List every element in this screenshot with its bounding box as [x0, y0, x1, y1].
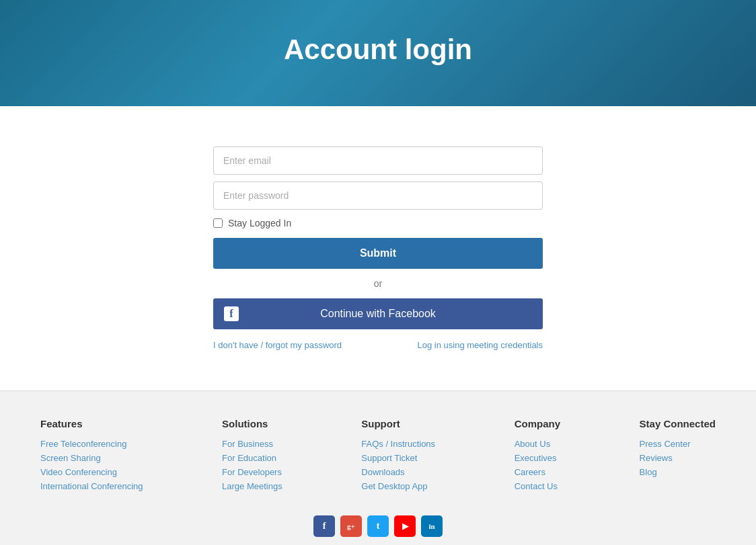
footer-link[interactable]: Large Meetings — [222, 481, 282, 491]
or-divider: or — [213, 278, 543, 289]
social-facebook-icon[interactable]: f — [313, 515, 335, 537]
footer-link[interactable]: Executives — [515, 453, 560, 463]
facebook-icon-box: f — [224, 306, 239, 321]
meeting-credentials-link[interactable]: Log in using meeting credentials — [418, 340, 543, 350]
stay-logged-in-row: Stay Logged In — [213, 218, 543, 228]
footer-col-features: Features Free Teleconferencing Screen Sh… — [40, 418, 143, 495]
footer-col-company-heading: Company — [515, 418, 560, 429]
email-field[interactable] — [213, 146, 543, 175]
facebook-icon: f — [224, 306, 239, 321]
footer-col-stay-connected-heading: Stay Connected — [640, 418, 716, 429]
footer-link[interactable]: Blog — [640, 467, 716, 477]
footer-col-support-heading: Support — [361, 418, 435, 429]
footer-link[interactable]: For Developers — [222, 467, 282, 477]
facebook-button[interactable]: f Continue with Facebook — [213, 298, 543, 329]
login-form: Stay Logged In Submit or f Continue with… — [213, 146, 543, 350]
footer-link[interactable]: Downloads — [361, 467, 435, 477]
page-header: Account login — [0, 0, 756, 106]
submit-button[interactable]: Submit — [213, 238, 543, 269]
social-linkedin-icon[interactable]: in — [421, 515, 443, 537]
links-row: I don't have / forgot my password Log in… — [213, 340, 543, 350]
social-googleplus-icon[interactable]: g+ — [340, 515, 362, 537]
social-twitter-icon[interactable]: t — [367, 515, 389, 537]
footer-link[interactable]: For Business — [222, 439, 282, 449]
footer-col-solutions-heading: Solutions — [222, 418, 282, 429]
footer-link[interactable]: Careers — [515, 467, 560, 477]
main-content: Stay Logged In Submit or f Continue with… — [0, 106, 756, 390]
footer-col-support: Support FAQs / Instructions Support Tick… — [361, 418, 435, 495]
footer-link[interactable]: About Us — [515, 439, 560, 449]
footer-social: f g+ t ▶ in — [40, 515, 716, 537]
footer-link[interactable]: International Conferencing — [40, 481, 143, 491]
page-title: Account login — [13, 34, 743, 66]
footer: Features Free Teleconferencing Screen Sh… — [0, 390, 756, 545]
footer-link[interactable]: Free Teleconferencing — [40, 439, 143, 449]
stay-logged-in-checkbox[interactable] — [213, 218, 223, 228]
password-field[interactable] — [213, 181, 543, 210]
facebook-button-label: Continue with Facebook — [320, 308, 436, 320]
footer-link[interactable]: Support Ticket — [361, 453, 435, 463]
footer-col-features-heading: Features — [40, 418, 143, 429]
forgot-password-link[interactable]: I don't have / forgot my password — [213, 340, 342, 350]
footer-link[interactable]: Reviews — [640, 453, 716, 463]
social-youtube-icon[interactable]: ▶ — [394, 515, 416, 537]
footer-link[interactable]: Press Center — [640, 439, 716, 449]
footer-col-solutions: Solutions For Business For Education For… — [222, 418, 282, 495]
stay-logged-in-label: Stay Logged In — [228, 218, 291, 228]
footer-link[interactable]: Contact Us — [515, 481, 560, 491]
footer-link[interactable]: FAQs / Instructions — [361, 439, 435, 449]
footer-link[interactable]: Get Desktop App — [361, 481, 435, 491]
footer-col-company: Company About Us Executives Careers Cont… — [515, 418, 560, 495]
footer-link[interactable]: Video Conferencing — [40, 467, 143, 477]
footer-col-stay-connected: Stay Connected Press Center Reviews Blog — [640, 418, 716, 495]
footer-link[interactable]: Screen Sharing — [40, 453, 143, 463]
footer-link[interactable]: For Education — [222, 453, 282, 463]
footer-columns: Features Free Teleconferencing Screen Sh… — [40, 418, 716, 495]
